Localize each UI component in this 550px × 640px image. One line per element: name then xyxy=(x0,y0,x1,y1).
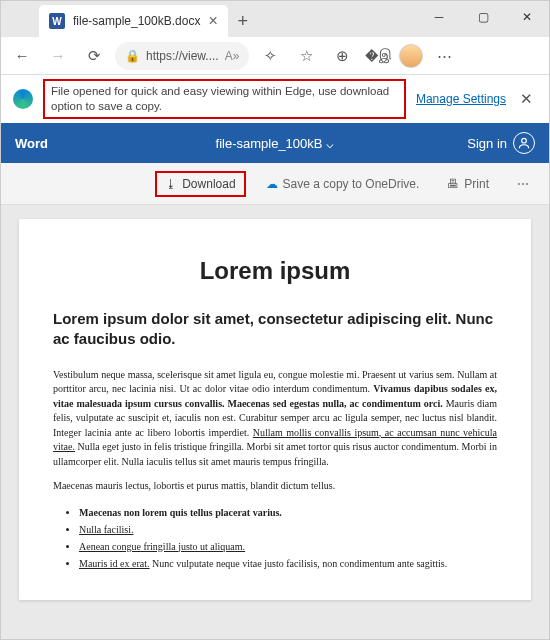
word-online-header: Word file-sample_100kB ⌵ Sign in xyxy=(1,123,549,163)
document-page: Lorem ipsum Lorem ipsum dolor sit amet, … xyxy=(19,219,531,600)
window-controls: ─ ▢ ✕ xyxy=(417,1,549,33)
tab-title: file-sample_100kB.docx xyxy=(73,14,200,28)
cloud-icon: ☁ xyxy=(266,177,278,191)
list-item: Mauris id ex erat. Nunc vulputate neque … xyxy=(79,555,497,572)
info-close-button[interactable]: ✕ xyxy=(516,90,537,108)
close-window-button[interactable]: ✕ xyxy=(505,1,549,33)
list-item: Maecenas non lorem quis tellus placerat … xyxy=(79,504,497,521)
url-input[interactable]: 🔒 https://view.... A» xyxy=(115,42,249,70)
collections-icon[interactable]: ⊕ xyxy=(327,41,357,71)
info-bar: File opened for quick and easy viewing w… xyxy=(1,75,549,123)
extensions-icon[interactable]: ✧ xyxy=(255,41,285,71)
word-file-icon: W xyxy=(49,13,65,29)
print-icon: 🖶 xyxy=(447,177,459,191)
svg-point-0 xyxy=(522,138,527,143)
list-item: Nulla facilisi. xyxy=(79,521,497,538)
lock-icon: 🔒 xyxy=(125,49,140,63)
new-tab-button[interactable]: + xyxy=(228,5,258,37)
forward-button[interactable]: → xyxy=(43,41,73,71)
manage-settings-link[interactable]: Manage Settings xyxy=(416,92,506,106)
more-button[interactable]: ⋯ xyxy=(509,173,537,195)
paragraph-2: Maecenas mauris lectus, lobortis et puru… xyxy=(53,479,497,494)
sign-in-button[interactable]: Sign in xyxy=(467,132,535,154)
print-button[interactable]: 🖶 Print xyxy=(439,173,497,195)
word-toolbar: ⭳ Download ☁ Save a copy to OneDrive. 🖶 … xyxy=(1,163,549,205)
menu-button[interactable]: ⋯ xyxy=(429,41,459,71)
user-icon xyxy=(513,132,535,154)
back-button[interactable]: ← xyxy=(7,41,37,71)
app-name: Word xyxy=(15,136,48,151)
profile-avatar[interactable] xyxy=(399,44,423,68)
list-item: Aenean congue fringilla justo ut aliquam… xyxy=(79,538,497,555)
chevron-down-icon: ⌵ xyxy=(326,136,334,151)
download-icon: ⭳ xyxy=(165,177,177,191)
download-button[interactable]: ⭳ Download xyxy=(155,171,245,197)
document-viewport[interactable]: Lorem ipsum Lorem ipsum dolor sit amet, … xyxy=(1,205,549,640)
share-icon[interactable]: �இ xyxy=(363,41,393,71)
minimize-button[interactable]: ─ xyxy=(417,1,461,33)
paragraph-1: Vestibulum neque massa, scelerisque sit … xyxy=(53,368,497,470)
doc-subtitle: Lorem ipsum dolor sit amet, consectetur … xyxy=(53,309,497,350)
window-titlebar: W file-sample_100kB.docx × + ─ ▢ ✕ xyxy=(1,1,549,37)
close-tab-icon[interactable]: × xyxy=(208,12,217,30)
info-message: File opened for quick and easy viewing w… xyxy=(43,79,406,119)
read-aloud-icon[interactable]: A» xyxy=(225,49,240,63)
save-onedrive-button[interactable]: ☁ Save a copy to OneDrive. xyxy=(258,173,428,195)
favorites-icon[interactable]: ☆ xyxy=(291,41,321,71)
doc-title: Lorem ipsum xyxy=(53,257,497,285)
refresh-button[interactable]: ⟳ xyxy=(79,41,109,71)
address-bar: ← → ⟳ 🔒 https://view.... A» ✧ ☆ ⊕ �இ ⋯ xyxy=(1,37,549,75)
url-text: https://view.... xyxy=(146,49,219,63)
edge-icon xyxy=(13,89,33,109)
document-name[interactable]: file-sample_100kB ⌵ xyxy=(216,136,335,151)
browser-tab[interactable]: W file-sample_100kB.docx × xyxy=(39,5,228,37)
bullet-list: Maecenas non lorem quis tellus placerat … xyxy=(53,504,497,572)
maximize-button[interactable]: ▢ xyxy=(461,1,505,33)
